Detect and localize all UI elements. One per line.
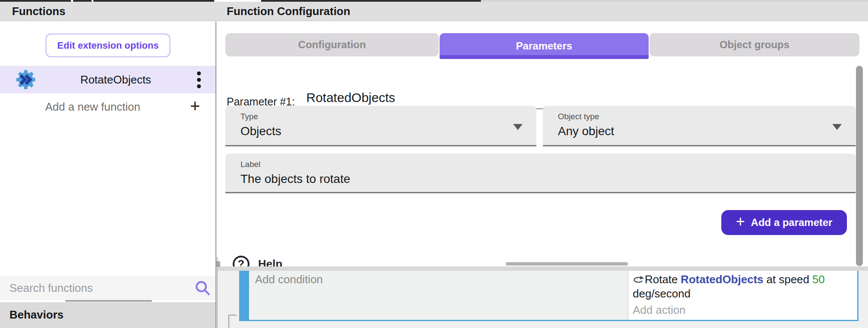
- horizontal-scrollbar-thumb[interactable]: [506, 262, 628, 266]
- parameter-label-field[interactable]: Label The objects to rotate: [225, 154, 856, 193]
- search-functions-input[interactable]: [9, 279, 182, 297]
- actions-area[interactable]: RotateRotatedObjectsat speed50 deg/secon…: [628, 271, 857, 320]
- functions-panel-title: Functions: [12, 2, 65, 21]
- function-name-label: RotateObjects: [36, 73, 195, 87]
- vertical-scrollbar-thumb[interactable]: [856, 66, 863, 266]
- add-condition-label: Add condition: [255, 273, 323, 286]
- rotate-action-icon: [633, 275, 644, 285]
- subevent-connector-line: [228, 315, 229, 328]
- add-function-label: Add a new function: [45, 93, 140, 120]
- object-type-select[interactable]: Object type Any object: [543, 106, 856, 146]
- action-value: 50: [813, 273, 825, 286]
- search-icon[interactable]: [195, 280, 211, 297]
- tab-parameters-label: Parameters: [516, 40, 573, 52]
- edit-extension-options-button[interactable]: Edit extension options: [46, 34, 170, 57]
- events-sheet-strip: Add condition RotateRotatedObjectsat spe…: [217, 266, 868, 328]
- function-list-item-rotateobjects[interactable]: RotateObjects: [0, 66, 215, 93]
- tab-object-groups-label: Object groups: [720, 39, 790, 51]
- label-field-value: The objects to rotate: [240, 172, 350, 186]
- events-panel-edge: [217, 266, 868, 271]
- add-parameter-label: Add a parameter: [751, 217, 832, 229]
- add-action-label[interactable]: Add action: [633, 303, 853, 317]
- event-selection-bar: [239, 271, 248, 321]
- tab-configuration-label: Configuration: [298, 39, 366, 51]
- action-text: Rotate: [645, 273, 678, 286]
- plus-icon: +: [190, 93, 200, 120]
- function-item-menu-icon[interactable]: [195, 70, 203, 90]
- type-field-value: Objects: [240, 124, 281, 138]
- object-type-field-label: Object type: [558, 112, 599, 121]
- tab-parameters[interactable]: Parameters: [440, 33, 649, 59]
- subevent-connector-line: [228, 315, 237, 316]
- action-row[interactable]: RotateRotatedObjectsat speed50 deg/secon…: [633, 272, 853, 301]
- chevron-down-icon: [513, 124, 523, 130]
- add-function-row[interactable]: Add a new function +: [0, 93, 215, 120]
- events-panel-left-border: [217, 257, 218, 328]
- app-window: Functions Function Configuration Edit ex…: [0, 0, 868, 328]
- plus-icon: +: [736, 214, 745, 229]
- label-field-label: Label: [240, 160, 261, 169]
- top-bar: Functions Function Configuration: [0, 2, 868, 21]
- behaviors-title: Behaviors: [9, 302, 64, 328]
- functions-sidebar: Edit extension options RotateObjects: [0, 22, 215, 328]
- event-block: Add condition RotateRotatedObjectsat spe…: [248, 271, 859, 321]
- tab-configuration[interactable]: Configuration: [225, 33, 439, 56]
- action-object-name: RotatedObjects: [681, 273, 763, 286]
- events-panel-scrollbar-thumb[interactable]: [216, 261, 220, 267]
- type-field-label: Type: [240, 112, 258, 121]
- search-input-underline: [65, 300, 152, 302]
- function-gear-icon: [15, 69, 36, 90]
- parameter-type-select[interactable]: Type Objects: [225, 106, 536, 146]
- action-text: deg/second: [633, 287, 690, 300]
- add-parameter-button[interactable]: + Add a parameter: [721, 210, 847, 235]
- behaviors-section-header: Behaviors: [0, 302, 215, 328]
- action-text: at speed: [766, 273, 810, 286]
- dialog-title: Function Configuration: [227, 2, 350, 21]
- tab-object-groups[interactable]: Object groups: [649, 33, 859, 56]
- chevron-down-icon: [832, 124, 842, 130]
- search-functions-field[interactable]: [0, 276, 215, 300]
- add-condition-area[interactable]: Add condition: [249, 271, 628, 320]
- object-type-field-value: Any object: [558, 124, 614, 138]
